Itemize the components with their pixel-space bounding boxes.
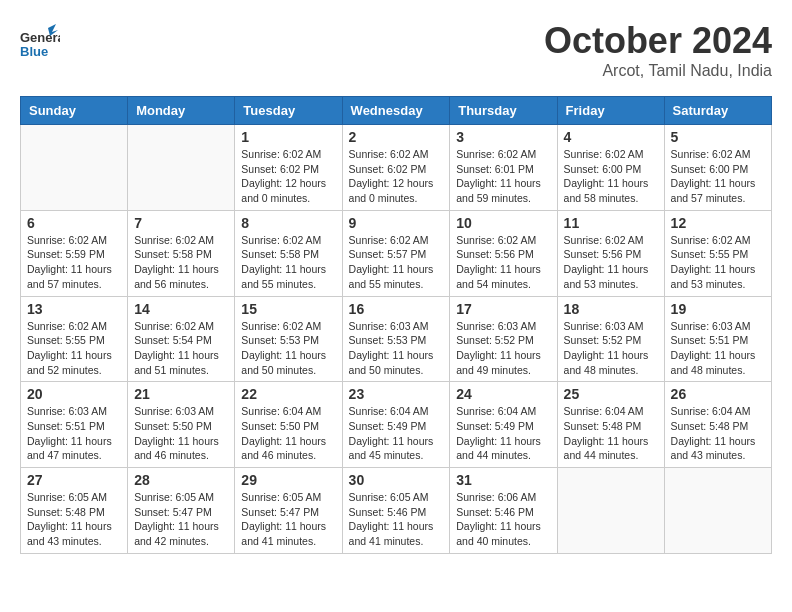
day-number: 30 bbox=[349, 472, 444, 488]
page-header: General Blue October 2024 Arcot, Tamil N… bbox=[20, 20, 772, 80]
day-info: Sunrise: 6:02 AM Sunset: 6:00 PM Dayligh… bbox=[564, 147, 658, 206]
day-number: 12 bbox=[671, 215, 765, 231]
day-info: Sunrise: 6:03 AM Sunset: 5:51 PM Dayligh… bbox=[671, 319, 765, 378]
day-number: 23 bbox=[349, 386, 444, 402]
svg-text:Blue: Blue bbox=[20, 44, 48, 59]
day-info: Sunrise: 6:02 AM Sunset: 5:54 PM Dayligh… bbox=[134, 319, 228, 378]
day-number: 13 bbox=[27, 301, 121, 317]
table-row: 20Sunrise: 6:03 AM Sunset: 5:51 PM Dayli… bbox=[21, 382, 128, 468]
calendar-table: Sunday Monday Tuesday Wednesday Thursday… bbox=[20, 96, 772, 554]
table-row: 17Sunrise: 6:03 AM Sunset: 5:52 PM Dayli… bbox=[450, 296, 557, 382]
day-number: 4 bbox=[564, 129, 658, 145]
table-row: 23Sunrise: 6:04 AM Sunset: 5:49 PM Dayli… bbox=[342, 382, 450, 468]
day-info: Sunrise: 6:02 AM Sunset: 5:57 PM Dayligh… bbox=[349, 233, 444, 292]
header-tuesday: Tuesday bbox=[235, 97, 342, 125]
table-row: 30Sunrise: 6:05 AM Sunset: 5:46 PM Dayli… bbox=[342, 468, 450, 554]
day-number: 1 bbox=[241, 129, 335, 145]
table-row: 2Sunrise: 6:02 AM Sunset: 6:02 PM Daylig… bbox=[342, 125, 450, 211]
day-info: Sunrise: 6:04 AM Sunset: 5:48 PM Dayligh… bbox=[671, 404, 765, 463]
day-info: Sunrise: 6:02 AM Sunset: 5:53 PM Dayligh… bbox=[241, 319, 335, 378]
day-number: 5 bbox=[671, 129, 765, 145]
calendar-week-row: 13Sunrise: 6:02 AM Sunset: 5:55 PM Dayli… bbox=[21, 296, 772, 382]
table-row: 11Sunrise: 6:02 AM Sunset: 5:56 PM Dayli… bbox=[557, 210, 664, 296]
day-info: Sunrise: 6:02 AM Sunset: 5:55 PM Dayligh… bbox=[671, 233, 765, 292]
day-info: Sunrise: 6:05 AM Sunset: 5:46 PM Dayligh… bbox=[349, 490, 444, 549]
day-info: Sunrise: 6:03 AM Sunset: 5:53 PM Dayligh… bbox=[349, 319, 444, 378]
table-row: 28Sunrise: 6:05 AM Sunset: 5:47 PM Dayli… bbox=[128, 468, 235, 554]
day-info: Sunrise: 6:02 AM Sunset: 5:58 PM Dayligh… bbox=[241, 233, 335, 292]
day-number: 9 bbox=[349, 215, 444, 231]
table-row: 13Sunrise: 6:02 AM Sunset: 5:55 PM Dayli… bbox=[21, 296, 128, 382]
table-row: 6Sunrise: 6:02 AM Sunset: 5:59 PM Daylig… bbox=[21, 210, 128, 296]
day-number: 2 bbox=[349, 129, 444, 145]
day-number: 22 bbox=[241, 386, 335, 402]
day-info: Sunrise: 6:02 AM Sunset: 5:55 PM Dayligh… bbox=[27, 319, 121, 378]
day-info: Sunrise: 6:02 AM Sunset: 5:58 PM Dayligh… bbox=[134, 233, 228, 292]
day-number: 31 bbox=[456, 472, 550, 488]
header-saturday: Saturday bbox=[664, 97, 771, 125]
day-number: 8 bbox=[241, 215, 335, 231]
table-row: 26Sunrise: 6:04 AM Sunset: 5:48 PM Dayli… bbox=[664, 382, 771, 468]
day-info: Sunrise: 6:02 AM Sunset: 5:59 PM Dayligh… bbox=[27, 233, 121, 292]
day-info: Sunrise: 6:03 AM Sunset: 5:52 PM Dayligh… bbox=[456, 319, 550, 378]
day-info: Sunrise: 6:04 AM Sunset: 5:49 PM Dayligh… bbox=[349, 404, 444, 463]
day-info: Sunrise: 6:03 AM Sunset: 5:52 PM Dayligh… bbox=[564, 319, 658, 378]
day-number: 25 bbox=[564, 386, 658, 402]
day-number: 17 bbox=[456, 301, 550, 317]
table-row: 19Sunrise: 6:03 AM Sunset: 5:51 PM Dayli… bbox=[664, 296, 771, 382]
day-number: 14 bbox=[134, 301, 228, 317]
table-row: 25Sunrise: 6:04 AM Sunset: 5:48 PM Dayli… bbox=[557, 382, 664, 468]
logo-icon: General Blue bbox=[20, 20, 60, 60]
table-row: 9Sunrise: 6:02 AM Sunset: 5:57 PM Daylig… bbox=[342, 210, 450, 296]
day-info: Sunrise: 6:05 AM Sunset: 5:47 PM Dayligh… bbox=[134, 490, 228, 549]
day-info: Sunrise: 6:06 AM Sunset: 5:46 PM Dayligh… bbox=[456, 490, 550, 549]
table-row bbox=[557, 468, 664, 554]
day-number: 16 bbox=[349, 301, 444, 317]
day-number: 27 bbox=[27, 472, 121, 488]
calendar-week-row: 27Sunrise: 6:05 AM Sunset: 5:48 PM Dayli… bbox=[21, 468, 772, 554]
table-row bbox=[664, 468, 771, 554]
month-title: October 2024 bbox=[544, 20, 772, 62]
calendar-header-row: Sunday Monday Tuesday Wednesday Thursday… bbox=[21, 97, 772, 125]
day-number: 26 bbox=[671, 386, 765, 402]
table-row: 27Sunrise: 6:05 AM Sunset: 5:48 PM Dayli… bbox=[21, 468, 128, 554]
day-info: Sunrise: 6:04 AM Sunset: 5:50 PM Dayligh… bbox=[241, 404, 335, 463]
table-row: 7Sunrise: 6:02 AM Sunset: 5:58 PM Daylig… bbox=[128, 210, 235, 296]
day-info: Sunrise: 6:02 AM Sunset: 6:00 PM Dayligh… bbox=[671, 147, 765, 206]
day-number: 21 bbox=[134, 386, 228, 402]
day-info: Sunrise: 6:03 AM Sunset: 5:50 PM Dayligh… bbox=[134, 404, 228, 463]
table-row: 15Sunrise: 6:02 AM Sunset: 5:53 PM Dayli… bbox=[235, 296, 342, 382]
calendar-week-row: 1Sunrise: 6:02 AM Sunset: 6:02 PM Daylig… bbox=[21, 125, 772, 211]
day-info: Sunrise: 6:04 AM Sunset: 5:48 PM Dayligh… bbox=[564, 404, 658, 463]
header-sunday: Sunday bbox=[21, 97, 128, 125]
table-row: 16Sunrise: 6:03 AM Sunset: 5:53 PM Dayli… bbox=[342, 296, 450, 382]
table-row: 3Sunrise: 6:02 AM Sunset: 6:01 PM Daylig… bbox=[450, 125, 557, 211]
table-row: 22Sunrise: 6:04 AM Sunset: 5:50 PM Dayli… bbox=[235, 382, 342, 468]
day-number: 10 bbox=[456, 215, 550, 231]
day-number: 18 bbox=[564, 301, 658, 317]
table-row: 1Sunrise: 6:02 AM Sunset: 6:02 PM Daylig… bbox=[235, 125, 342, 211]
table-row: 21Sunrise: 6:03 AM Sunset: 5:50 PM Dayli… bbox=[128, 382, 235, 468]
logo: General Blue bbox=[20, 20, 60, 60]
table-row: 24Sunrise: 6:04 AM Sunset: 5:49 PM Dayli… bbox=[450, 382, 557, 468]
table-row: 5Sunrise: 6:02 AM Sunset: 6:00 PM Daylig… bbox=[664, 125, 771, 211]
table-row: 12Sunrise: 6:02 AM Sunset: 5:55 PM Dayli… bbox=[664, 210, 771, 296]
day-number: 7 bbox=[134, 215, 228, 231]
header-thursday: Thursday bbox=[450, 97, 557, 125]
day-info: Sunrise: 6:05 AM Sunset: 5:47 PM Dayligh… bbox=[241, 490, 335, 549]
table-row: 31Sunrise: 6:06 AM Sunset: 5:46 PM Dayli… bbox=[450, 468, 557, 554]
day-number: 19 bbox=[671, 301, 765, 317]
header-monday: Monday bbox=[128, 97, 235, 125]
day-number: 29 bbox=[241, 472, 335, 488]
location-subtitle: Arcot, Tamil Nadu, India bbox=[544, 62, 772, 80]
day-number: 24 bbox=[456, 386, 550, 402]
day-info: Sunrise: 6:05 AM Sunset: 5:48 PM Dayligh… bbox=[27, 490, 121, 549]
table-row: 4Sunrise: 6:02 AM Sunset: 6:00 PM Daylig… bbox=[557, 125, 664, 211]
calendar-week-row: 20Sunrise: 6:03 AM Sunset: 5:51 PM Dayli… bbox=[21, 382, 772, 468]
header-friday: Friday bbox=[557, 97, 664, 125]
day-info: Sunrise: 6:04 AM Sunset: 5:49 PM Dayligh… bbox=[456, 404, 550, 463]
day-number: 11 bbox=[564, 215, 658, 231]
table-row: 18Sunrise: 6:03 AM Sunset: 5:52 PM Dayli… bbox=[557, 296, 664, 382]
table-row bbox=[128, 125, 235, 211]
day-number: 15 bbox=[241, 301, 335, 317]
